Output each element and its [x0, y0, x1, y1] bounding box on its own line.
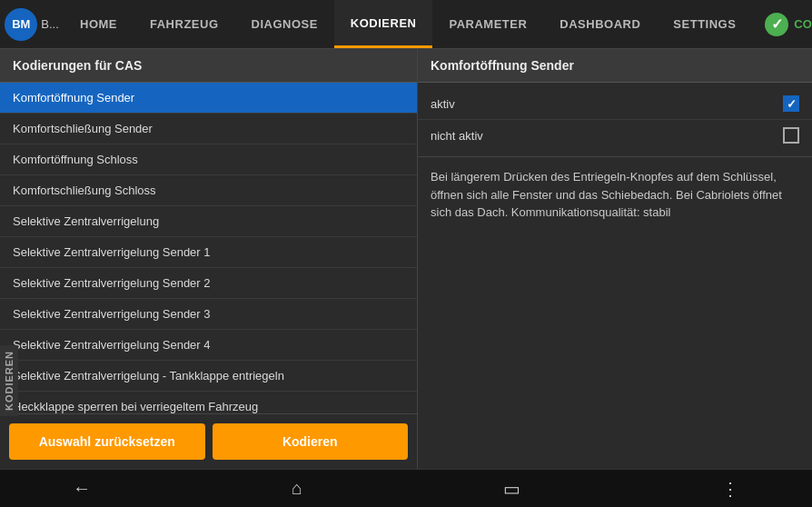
list-item[interactable]: Selektive Zentralverrigelung - Tankklapp…: [0, 361, 417, 392]
description-box: Bei längerem Drücken des Entriegeln-Knop…: [418, 157, 812, 469]
app-name: B...: [41, 17, 59, 31]
option-label-nicht-aktiv: nicht aktiv: [431, 129, 483, 143]
main-content: Kodierungen für CAS Komfortöffnung Sende…: [0, 49, 812, 469]
app-logo: BM B...: [0, 8, 64, 41]
coding-list: Komfortöffnung Sender Komfortschließung …: [0, 83, 417, 413]
option-row-nicht-aktiv[interactable]: nicht aktiv: [418, 120, 812, 151]
option-row-aktiv[interactable]: aktiv: [418, 88, 812, 120]
right-panel-header: Komfortöffnung Sender: [418, 49, 812, 83]
recent-button[interactable]: ▭: [503, 478, 520, 500]
list-item[interactable]: Selektive Zentralverrigelung Sender 2: [0, 268, 417, 299]
connection-status: ✓ CONNECTED: [752, 13, 812, 36]
top-navigation: BM B... HOME FAHRZEUG DIAGNOSE KODIEREN …: [0, 0, 812, 49]
code-button[interactable]: Kodieren: [213, 423, 409, 460]
nav-items: HOME FAHRZEUG DIAGNOSE KODIEREN PARAMETE…: [64, 0, 752, 48]
option-label-aktiv: aktiv: [431, 97, 455, 111]
list-item[interactable]: Komfortschließung Schloss: [0, 175, 417, 206]
more-button[interactable]: ⋮: [721, 478, 739, 500]
nav-settings[interactable]: SETTINGS: [657, 0, 752, 48]
nav-dashboard[interactable]: DASHBOARD: [543, 0, 657, 48]
nav-kodieren[interactable]: KODIEREN: [334, 0, 433, 48]
nav-diagnose[interactable]: DIAGNOSE: [235, 0, 334, 48]
right-panel: Komfortöffnung Sender aktiv nicht aktiv …: [418, 49, 812, 469]
home-button[interactable]: ⌂: [292, 478, 302, 499]
left-panel: Kodierungen für CAS Komfortöffnung Sende…: [0, 49, 418, 469]
list-item[interactable]: Komfortöffnung Schloss: [0, 144, 417, 175]
logo-circle: BM: [5, 8, 37, 41]
nav-home[interactable]: HOME: [64, 0, 134, 48]
list-item[interactable]: Selektive Zentralverrigelung Sender 4: [0, 330, 417, 361]
list-item[interactable]: Heckklappe sperren bei verriegeltem Fahr…: [0, 392, 417, 413]
list-item[interactable]: Komfortschließung Sender: [0, 114, 417, 144]
side-label-kodieren: KODIEREN: [0, 345, 18, 416]
back-button[interactable]: ←: [73, 478, 91, 499]
list-item[interactable]: Selektive Zentralverrigelung: [0, 206, 417, 237]
panel-buttons: Auswahl zurücksetzen Kodieren: [0, 413, 417, 469]
connected-icon: ✓: [765, 13, 788, 36]
left-panel-header: Kodierungen für CAS: [0, 49, 417, 83]
bottom-navigation: ← ⌂ ▭ ⋮: [0, 469, 812, 507]
list-item[interactable]: Selektive Zentralverrigelung Sender 3: [0, 299, 417, 330]
checkbox-aktiv[interactable]: [783, 95, 799, 112]
list-item[interactable]: Komfortöffnung Sender: [0, 83, 417, 114]
list-item[interactable]: Selektive Zentralverrigelung Sender 1: [0, 237, 417, 268]
nav-parameter[interactable]: PARAMETER: [432, 0, 543, 48]
checkbox-nicht-aktiv[interactable]: [783, 127, 799, 144]
nav-fahrzeug[interactable]: FAHRZEUG: [134, 0, 235, 48]
reset-button[interactable]: Auswahl zurücksetzen: [9, 423, 205, 460]
options-section: aktiv nicht aktiv: [418, 83, 812, 157]
